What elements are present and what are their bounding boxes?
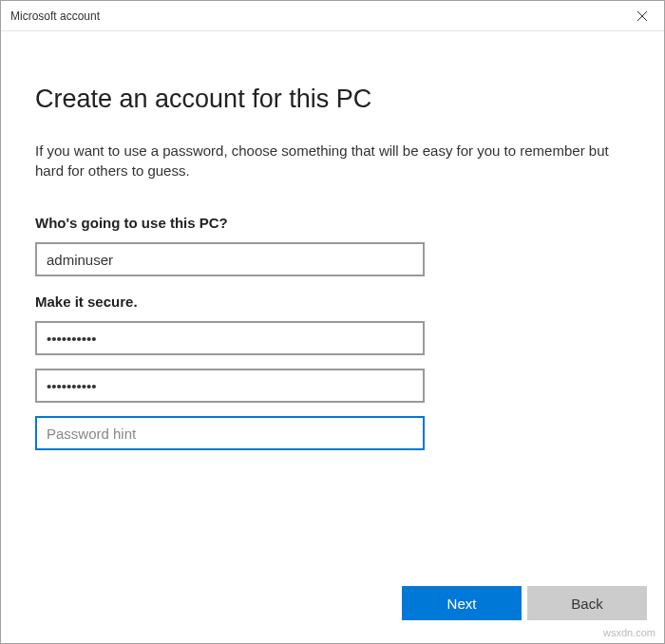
username-section-label: Who's going to use this PC? — [35, 215, 630, 231]
window-title: Microsoft account — [10, 9, 620, 23]
watermark: wsxdn.com — [603, 627, 656, 638]
content-area: Create an account for this PC If you wan… — [1, 31, 664, 575]
password-input[interactable] — [35, 321, 425, 355]
username-input[interactable] — [35, 242, 425, 276]
password-section-label: Make it secure. — [35, 294, 630, 310]
page-heading: Create an account for this PC — [35, 85, 630, 114]
next-button[interactable]: Next — [402, 586, 522, 620]
page-subtext: If you want to use a password, choose so… — [35, 141, 630, 180]
confirm-password-input[interactable] — [35, 369, 425, 403]
titlebar: Microsoft account — [1, 1, 664, 31]
dialog-window: Microsoft account Create an account for … — [0, 0, 665, 644]
close-icon — [637, 9, 647, 24]
back-button[interactable]: Back — [527, 586, 647, 620]
footer: Next Back — [1, 575, 664, 643]
close-button[interactable] — [620, 1, 664, 31]
password-hint-input[interactable] — [35, 416, 425, 450]
